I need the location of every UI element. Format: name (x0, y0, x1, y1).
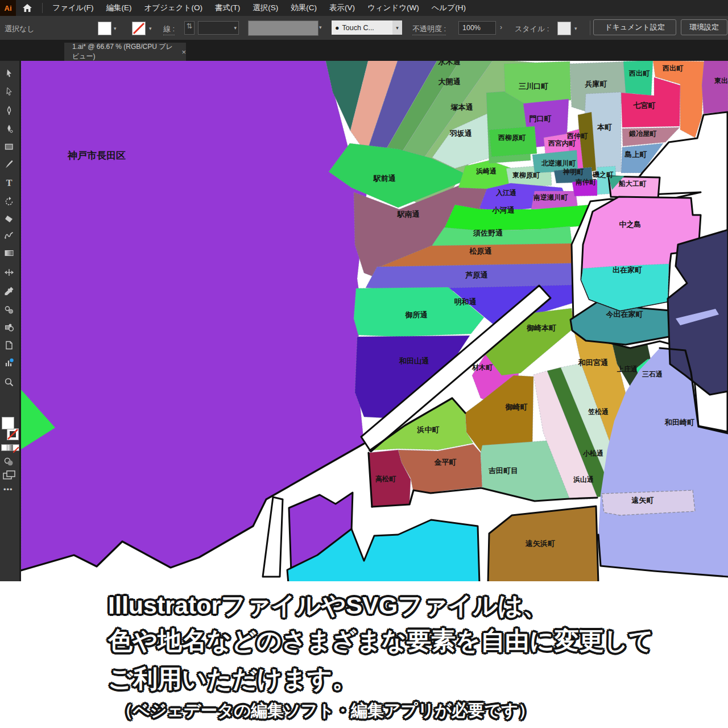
map-label-19[interactable]: 西柳原町 (498, 134, 526, 142)
symbol-sprayer-tool-icon[interactable] (4, 322, 15, 334)
fill-color-swatch[interactable] (98, 22, 111, 35)
opacity-more-arrow-icon[interactable]: › (500, 23, 502, 31)
map-label-40[interactable]: 御崎本町 (526, 324, 556, 332)
map-label-53[interactable]: 和田崎町 (664, 418, 694, 427)
gradient-tool-icon[interactable] (4, 248, 15, 259)
preferences-button[interactable]: 環境設定 (681, 19, 727, 35)
map-label-36[interactable]: 材木町 (471, 363, 493, 371)
stroke-color-swatch[interactable] (132, 22, 146, 35)
blend-tool-icon[interactable] (4, 305, 15, 316)
map-label-47[interactable]: 浜山通 (573, 475, 594, 483)
map-label-14[interactable]: 鍛冶屋町 (628, 130, 657, 138)
map-label-15[interactable]: 島上町 (624, 150, 647, 159)
map-label-48[interactable]: 浜中町 (417, 425, 440, 434)
map-label-2[interactable]: 大開通 (439, 77, 461, 86)
direct-selection-tool-icon[interactable] (4, 86, 15, 98)
map-label-9[interactable]: 兵庫町 (585, 80, 607, 88)
map-region-nishi-yanagihara[interactable] (489, 126, 537, 157)
map-label-16[interactable]: 本町 (597, 123, 612, 131)
draw-mode-icon[interactable] (3, 457, 16, 467)
map-label-46[interactable]: 小松通 (582, 449, 603, 457)
map-label-1[interactable]: 水木通 (438, 61, 461, 66)
menu-file[interactable]: ファイル(F) (52, 3, 94, 13)
width-profile-chevron-icon[interactable]: ▾ (319, 24, 322, 30)
more-tools-icon[interactable]: ••• (3, 485, 13, 494)
zoom-tool-icon[interactable] (4, 377, 15, 388)
map-label-18[interactable]: 西宮内町 (548, 139, 576, 147)
menu-object[interactable]: オブジェクト(O) (144, 3, 202, 13)
map-label-29[interactable]: 小河通 (492, 206, 515, 214)
map-label-26[interactable]: 浜崎通 (475, 167, 497, 175)
chart-tool-icon[interactable] (4, 358, 15, 369)
shaper-tool-icon[interactable] (4, 230, 15, 242)
menu-window[interactable]: ウィンドウ(W) (367, 3, 419, 13)
eyedropper-tool-icon[interactable] (4, 286, 15, 297)
menu-edit[interactable]: 編集(E) (106, 3, 132, 13)
map-label-43[interactable]: 三石通 (642, 370, 663, 378)
menu-type[interactable]: 書式(T) (215, 3, 240, 13)
map-label-54[interactable]: 遠矢浜町 (525, 539, 555, 548)
map-label-34[interactable]: 御所通 (405, 311, 428, 319)
map-label-12[interactable]: 東出町 (714, 77, 728, 85)
menu-effect[interactable]: 効果(C) (291, 3, 317, 13)
map-label-13[interactable]: 七宮町 (633, 101, 656, 110)
map-label-51[interactable]: 吉田町目 (489, 466, 518, 475)
tab-close-icon[interactable]: × (181, 48, 186, 56)
map-region-kanehira[interactable] (398, 444, 482, 493)
map-label-38[interactable]: 出在家町 (613, 266, 642, 274)
map-label-45[interactable]: 笠松通 (588, 408, 609, 416)
map-label-21[interactable]: 北逆瀬川町 (541, 159, 576, 167)
fill-chevron-down-icon[interactable]: ▾ (114, 26, 117, 31)
map-label-20[interactable]: 東柳原町 (512, 171, 540, 179)
menu-select[interactable]: 選択(S) (253, 3, 278, 13)
touch-type-chevron[interactable]: ▾ (392, 20, 402, 35)
map-label-44[interactable]: 御崎町 (505, 403, 528, 411)
selection-tool-icon[interactable] (4, 68, 15, 80)
map-region-nagata-main[interactable] (21, 61, 367, 570)
map-label-52[interactable]: 遠矢町 (631, 496, 654, 504)
rotate-tool-icon[interactable] (4, 196, 15, 208)
screen-mode-icon[interactable] (3, 470, 16, 481)
map-label-39[interactable]: 今出在家町 (606, 310, 643, 318)
map-label-17[interactable]: 西仲町 (566, 132, 588, 140)
map-label-28[interactable]: 南逆瀬川町 (533, 193, 568, 201)
map-label-10[interactable]: 西出町 (628, 69, 650, 77)
map-label-7[interactable]: 三川口町 (519, 82, 548, 90)
pen-tool-icon[interactable] (4, 106, 15, 117)
map-region-west-channel[interactable] (263, 497, 283, 577)
stroke-weight-stepper[interactable]: ⇅ (184, 21, 195, 35)
none-mode-button[interactable] (13, 444, 19, 451)
opacity-input[interactable]: 100% (458, 21, 496, 35)
stroke-weight-dropdown[interactable]: ▾ (198, 21, 239, 35)
map-label-33[interactable]: 明和通 (454, 297, 477, 306)
map-region-navy-pier[interactable] (668, 230, 728, 395)
map-label-31[interactable]: 松原通 (469, 247, 493, 255)
menu-help[interactable]: ヘルプ(H) (432, 3, 466, 13)
map-label-6[interactable]: 駅南通 (397, 210, 420, 218)
map-label-27[interactable]: 入江通 (495, 189, 516, 197)
stroke-chevron-down-icon[interactable]: ▾ (149, 26, 152, 31)
map-label-30[interactable]: 須佐野通 (473, 229, 503, 237)
map-label-4[interactable]: 羽坂通 (449, 129, 473, 138)
paintbrush-tool-icon[interactable] (4, 159, 15, 171)
stroke-indicator-swatch[interactable] (7, 428, 19, 440)
style-swatch[interactable] (557, 22, 571, 35)
curvature-tool-icon[interactable] (4, 124, 15, 135)
map-label-50[interactable]: 高松町 (375, 475, 396, 483)
width-tool-icon[interactable] (4, 267, 15, 279)
map-label-25[interactable]: 船大工町 (618, 180, 647, 188)
home-icon[interactable] (16, 0, 39, 16)
eraser-tool-icon[interactable] (4, 214, 15, 225)
artboard-tool-icon[interactable] (4, 340, 15, 351)
menu-view[interactable]: 表示(V) (329, 3, 355, 13)
rectangle-tool-icon[interactable] (4, 142, 15, 153)
map-label-5[interactable]: 駅前通 (373, 174, 396, 183)
map-label-37[interactable]: 中之島 (619, 220, 642, 229)
map-label-3[interactable]: 塚本通 (450, 103, 474, 111)
map-label-24[interactable]: 磯之町 (592, 171, 614, 179)
fill-indicator-swatch[interactable] (2, 417, 14, 429)
map-label-41[interactable]: 和田宮通 (578, 358, 609, 367)
map-region-nishide-teal[interactable] (623, 61, 653, 96)
map-label-35[interactable]: 和田山通 (399, 357, 429, 365)
touch-type-button[interactable]: ●Touch C... (332, 20, 395, 35)
